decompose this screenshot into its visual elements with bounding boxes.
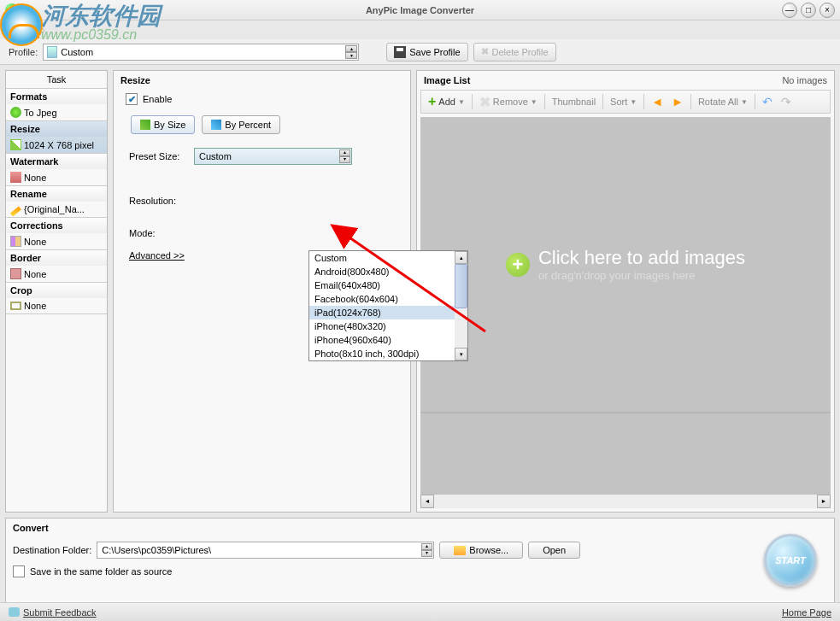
task-item-title: Corrections xyxy=(6,218,107,233)
preset-option[interactable]: Facebook(604x604) xyxy=(309,292,467,306)
convert-panel: Convert Destination Folder: C:\Users\pc0… xyxy=(5,518,835,603)
submit-feedback-link[interactable]: Submit Feedback xyxy=(9,607,97,618)
resize-icon xyxy=(10,139,21,150)
dropdown-scrollbar[interactable]: ▴ ▾ xyxy=(455,251,467,360)
statusbar: Submit Feedback Home Page xyxy=(0,602,840,621)
task-item-title: Resize xyxy=(6,121,107,137)
floppy-icon xyxy=(394,46,406,58)
preset-option[interactable]: Android(800x480) xyxy=(309,265,467,278)
dest-label: Destination Folder: xyxy=(13,545,91,555)
arrow-right-icon: ► xyxy=(672,95,684,108)
resize-title: Resize xyxy=(114,71,410,90)
task-item-value: 1024 X 768 pixel xyxy=(6,137,107,153)
minus-icon: ✖ xyxy=(479,94,490,110)
task-item-title: Rename xyxy=(6,186,107,202)
image-list-title: Image List xyxy=(424,75,470,85)
task-item-crop[interactable]: Crop None xyxy=(6,283,107,314)
task-item-rename[interactable]: Rename {Original_Na... xyxy=(6,186,107,218)
image-canvas[interactable]: + Click here to add images or drag'n'dro… xyxy=(420,117,831,508)
save-same-label: Save in the same folder as source xyxy=(30,566,172,577)
profile-select[interactable]: Custom ▴▾ xyxy=(43,44,359,61)
arrow-left-icon: ◄ xyxy=(651,95,663,108)
profile-doc-icon xyxy=(47,46,57,58)
task-item-value: None xyxy=(6,233,107,249)
preset-option[interactable]: iPhone4(960x640) xyxy=(309,333,467,347)
task-item-value: None xyxy=(6,298,107,313)
save-same-checkbox[interactable] xyxy=(13,565,25,577)
preset-dropdown[interactable]: CustomAndroid(800x480)Email(640x480)Face… xyxy=(308,250,468,361)
by-size-button[interactable]: By Size xyxy=(131,115,195,134)
resolution-label: Resolution: xyxy=(129,196,189,206)
redo-icon: ↷ xyxy=(781,95,791,108)
plus-icon: + xyxy=(428,94,436,109)
task-item-formats[interactable]: Formats To Jpeg xyxy=(6,89,107,121)
minimize-button[interactable]: — xyxy=(782,3,797,18)
task-item-title: Watermark xyxy=(6,154,107,169)
add-button[interactable]: +Add▼ xyxy=(425,92,468,111)
undo-button[interactable]: ↶ xyxy=(759,93,776,110)
convert-title: Convert xyxy=(13,523,827,533)
profile-row: Profile: Custom ▴▾ Save Profile ✖ Delete… xyxy=(0,39,840,65)
rotate-all-button[interactable]: Rotate All▼ xyxy=(695,95,751,108)
delete-profile-button[interactable]: ✖ Delete Profile xyxy=(473,43,556,62)
dest-folder-input[interactable]: C:\Users\pc0359\Pictures\ ▴▾ xyxy=(97,542,434,559)
prev-button[interactable]: ◄ xyxy=(648,93,667,110)
start-button[interactable]: START xyxy=(764,534,817,587)
preset-label: Preset Size: xyxy=(129,151,189,161)
task-item-title: Crop xyxy=(6,283,107,298)
preset-option[interactable]: Email(640x480) xyxy=(309,278,467,292)
enable-label: Enable xyxy=(143,94,172,104)
close-button[interactable]: × xyxy=(819,3,835,18)
canvas-msg-1: Click here to add images xyxy=(538,247,745,269)
task-item-value: {Original_Na... xyxy=(6,202,107,217)
preset-size-combo[interactable]: Custom ▴▾ xyxy=(194,148,352,165)
redo-button[interactable]: ↷ xyxy=(778,93,795,110)
task-item-resize[interactable]: Resize 1024 X 768 pixel xyxy=(6,121,107,154)
open-button[interactable]: Open xyxy=(528,542,580,559)
maximize-button[interactable]: □ xyxy=(801,3,816,18)
thumbnail-button[interactable]: Thumbnail xyxy=(549,95,599,108)
window-title: AnyPic Image Converter xyxy=(366,5,474,15)
profile-label: Profile: xyxy=(9,47,38,57)
folder-icon xyxy=(454,546,466,555)
task-item-value: To Jpeg xyxy=(6,104,107,120)
task-item-watermark[interactable]: Watermark None xyxy=(6,154,107,186)
bysize-icon xyxy=(140,120,150,130)
preset-option[interactable]: iPad(1024x768) xyxy=(309,306,467,319)
task-header: Task xyxy=(6,71,107,89)
corr-icon xyxy=(10,236,21,247)
task-item-title: Border xyxy=(6,250,107,266)
task-item-value: None xyxy=(6,169,107,185)
browse-button[interactable]: Browse... xyxy=(439,542,523,559)
preset-option[interactable]: Photo(8x10 inch, 300dpi) xyxy=(309,347,467,360)
menubar: File Help xyxy=(0,21,840,39)
sort-button[interactable]: Sort▼ xyxy=(607,95,640,108)
enable-checkbox[interactable]: ✔ xyxy=(126,93,138,105)
profile-value: Custom xyxy=(61,47,93,57)
task-item-border[interactable]: Border None xyxy=(6,250,107,283)
image-toolbar: +Add▼ ✖Remove▼ Thumbnail Sort▼ ◄ ► Rotat… xyxy=(420,90,831,114)
convert-icon xyxy=(10,107,21,118)
border-icon xyxy=(10,268,21,279)
delete-icon: ✖ xyxy=(481,46,489,57)
rename-icon xyxy=(10,206,21,216)
home-page-link[interactable]: Home Page xyxy=(782,607,831,618)
canvas-msg-2: or drag'n'drop your images here xyxy=(538,269,745,282)
preset-option[interactable]: iPhone(480x320) xyxy=(309,319,467,333)
save-profile-button[interactable]: Save Profile xyxy=(386,43,467,62)
horizontal-scrollbar[interactable]: ◄► xyxy=(420,495,831,508)
menu-help[interactable]: Help xyxy=(26,25,45,35)
remove-button[interactable]: ✖Remove▼ xyxy=(476,92,541,112)
no-images-label: No images xyxy=(782,75,827,85)
mode-label: Mode: xyxy=(129,228,189,238)
preset-option[interactable]: Custom xyxy=(309,251,467,265)
next-button[interactable]: ► xyxy=(668,93,687,110)
titlebar: AnyPic Image Converter — □ × xyxy=(0,0,840,21)
task-item-corrections[interactable]: Corrections None xyxy=(6,218,107,250)
feedback-icon xyxy=(9,607,20,617)
by-percent-button[interactable]: By Percent xyxy=(202,115,280,134)
menu-file[interactable]: File xyxy=(5,25,21,35)
advanced-link[interactable]: Advanced >> xyxy=(114,242,200,269)
task-item-title: Formats xyxy=(6,89,107,104)
undo-icon: ↶ xyxy=(762,95,772,108)
